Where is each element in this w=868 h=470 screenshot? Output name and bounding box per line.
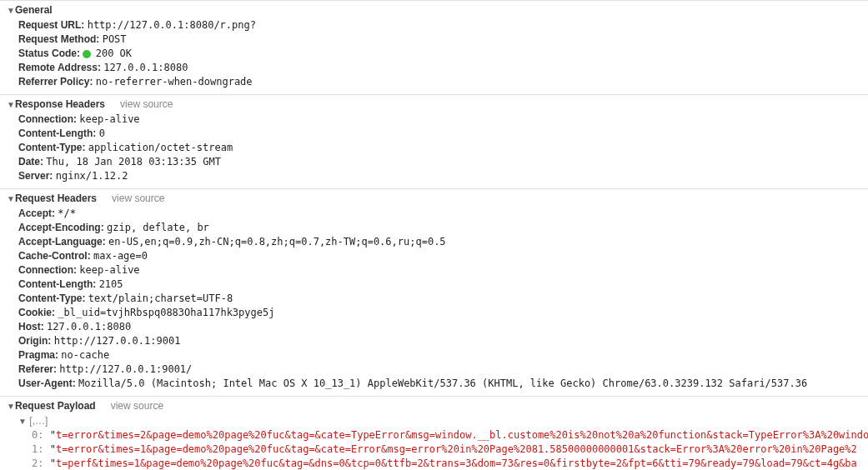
section-request-payload: ▼ Request Payload view source ▼ [,…] 0: … <box>0 396 868 470</box>
header-value: no-referrer-when-downgrade <box>96 76 253 88</box>
header-key: Accept-Encoding: <box>18 222 107 233</box>
header-key: Referrer Policy: <box>18 76 96 88</box>
header-key: Connection: <box>18 264 79 276</box>
header-key: Content-Length: <box>18 278 99 290</box>
header-value: 0 <box>99 128 105 139</box>
rows-request-headers: Accept: */*Accept-Encoding: gzip, deflat… <box>0 206 868 394</box>
header-row: Origin: http://127.0.0.1:9001 <box>18 334 868 348</box>
header-key: Pragma: <box>18 349 61 361</box>
header-value: http://127.0.0.1:9001/ <box>59 363 192 375</box>
header-value: keep-alive <box>79 113 139 125</box>
payload-index: 2: <box>32 458 50 469</box>
header-value: 127.0.0.1:8080 <box>47 321 131 332</box>
header-row: Date: Thu, 18 Jan 2018 03:13:35 GMT <box>18 155 868 169</box>
header-key: Content-Length: <box>18 128 99 139</box>
header-value: POST <box>103 33 127 45</box>
rows-response-headers: Connection: keep-aliveContent-Length: 0C… <box>0 112 868 187</box>
header-row: Connection: keep-alive <box>18 263 868 278</box>
section-general: ▼ General Request URL: http://127.0.0.1:… <box>0 0 868 94</box>
header-value: gzip, deflate, br <box>107 222 209 233</box>
view-source-link[interactable]: view source <box>120 98 173 110</box>
header-value: no-cache <box>61 349 109 361</box>
header-value: nginx/1.12.2 <box>56 170 128 182</box>
header-row: Status Code: 200 OK <box>18 47 868 61</box>
chevron-down-icon: ▼ <box>7 402 15 411</box>
view-source-link[interactable]: view source <box>112 192 164 204</box>
header-value: application/octet-stream <box>88 142 233 153</box>
header-row: Server: nginx/1.12.2 <box>18 169 868 183</box>
section-header-request[interactable]: ▼ Request Headers view source <box>0 191 868 206</box>
payload-body: ▼ [,…] 0: "t=error&times=2&page=demo%20p… <box>0 413 868 470</box>
header-row: Cookie: _bl_uid=tvjhRbspq0883Oha117hk3py… <box>18 306 868 320</box>
header-value: http://127.0.0.1:8080/r.png? <box>88 19 256 31</box>
header-row: Content-Length: 2105 <box>18 278 868 292</box>
section-header-payload[interactable]: ▼ Request Payload view source <box>0 398 868 413</box>
header-value: Thu, 18 Jan 2018 03:13:35 GMT <box>46 156 221 168</box>
header-value: text/plain;charset=UTF-8 <box>88 292 233 304</box>
header-value: 200 OK <box>96 48 132 59</box>
chevron-down-icon: ▼ <box>7 194 15 203</box>
header-row: Remote Address: 127.0.0.1:8080 <box>18 61 868 75</box>
header-row: Referer: http://127.0.0.1:9001/ <box>18 362 868 377</box>
header-key: Accept-Language: <box>18 236 108 248</box>
header-row: Content-Type: text/plain;charset=UTF-8 <box>18 292 868 306</box>
header-row: Host: 127.0.0.1:8080 <box>18 320 868 334</box>
section-title: General <box>15 4 53 16</box>
header-key: Origin: <box>18 335 54 347</box>
quote: " <box>50 429 56 441</box>
payload-item[interactable]: 1: "t=error&times=1&page=demo%20page%20f… <box>32 442 868 457</box>
header-key: Date: <box>18 156 46 168</box>
header-row: Request URL: http://127.0.0.1:8080/r.png… <box>18 18 868 32</box>
payload-array-toggle[interactable]: ▼ [,…] <box>18 413 868 428</box>
header-row: Content-Length: 0 <box>18 127 868 141</box>
section-request-headers: ▼ Request Headers view source Accept: */… <box>0 188 868 396</box>
header-row: Cache-Control: max-age=0 <box>18 249 868 263</box>
header-key: Request URL: <box>18 19 88 31</box>
header-value: */* <box>58 208 76 219</box>
section-title: Request Payload <box>15 400 96 412</box>
header-row: Accept-Language: en-US,en;q=0.9,zh-CN;q=… <box>18 235 868 249</box>
payload-item[interactable]: 2: "t=perf&times=1&page=demo%20page%20fu… <box>32 457 868 470</box>
payload-list: 0: "t=error&times=2&page=demo%20page%20f… <box>18 428 868 470</box>
header-value: 2105 <box>99 278 123 290</box>
header-row: User-Agent: Mozilla/5.0 (Macintosh; Inte… <box>18 377 868 391</box>
header-value: max-age=0 <box>93 250 148 262</box>
payload-array-label: [,…] <box>29 415 48 427</box>
payload-index: 1: <box>32 443 50 455</box>
view-source-link[interactable]: view source <box>111 400 163 412</box>
status-dot-icon <box>83 50 91 58</box>
header-key: Cache-Control: <box>18 250 93 262</box>
payload-value: t=error&times=1&page=demo%20page%20fuc&t… <box>56 443 857 455</box>
quote: " <box>50 443 56 455</box>
header-key: Request Method: <box>18 33 103 45</box>
header-key: Referer: <box>18 363 59 375</box>
header-value: http://127.0.0.1:9001 <box>54 335 181 347</box>
header-key: Server: <box>18 170 56 182</box>
header-value: Mozilla/5.0 (Macintosh; Intel Mac OS X 1… <box>78 378 807 389</box>
header-key: Cookie: <box>18 307 58 318</box>
header-value: _bl_uid=tvjhRbspq0883Oha117hk3pyge5j <box>58 307 274 318</box>
payload-value: t=perf&times=1&page=demo%20page%20fuc&ta… <box>56 458 857 469</box>
header-key: Remote Address: <box>18 62 103 73</box>
section-response-headers: ▼ Response Headers view source Connectio… <box>0 94 868 188</box>
header-row: Pragma: no-cache <box>18 348 868 362</box>
header-row: Request Method: POST <box>18 32 868 47</box>
header-value: keep-alive <box>79 264 139 276</box>
payload-index: 0: <box>32 429 50 441</box>
header-value: 127.0.0.1:8080 <box>103 62 188 73</box>
section-title: Response Headers <box>15 98 105 110</box>
header-key: Connection: <box>18 113 79 125</box>
section-header-general[interactable]: ▼ General <box>0 2 868 18</box>
header-key: User-Agent: <box>18 378 78 389</box>
header-row: Referrer Policy: no-referrer-when-downgr… <box>18 75 868 89</box>
section-header-response[interactable]: ▼ Response Headers view source <box>0 97 868 112</box>
rows-general: Request URL: http://127.0.0.1:8080/r.png… <box>0 18 868 92</box>
chevron-down-icon: ▼ <box>18 417 27 426</box>
header-row: Accept-Encoding: gzip, deflate, br <box>18 221 868 235</box>
header-key: Accept: <box>18 208 58 219</box>
header-row: Accept: */* <box>18 207 868 221</box>
quote: " <box>50 458 56 469</box>
payload-item[interactable]: 0: "t=error&times=2&page=demo%20page%20f… <box>32 428 868 442</box>
chevron-down-icon: ▼ <box>7 6 15 15</box>
header-row: Connection: keep-alive <box>18 112 868 127</box>
